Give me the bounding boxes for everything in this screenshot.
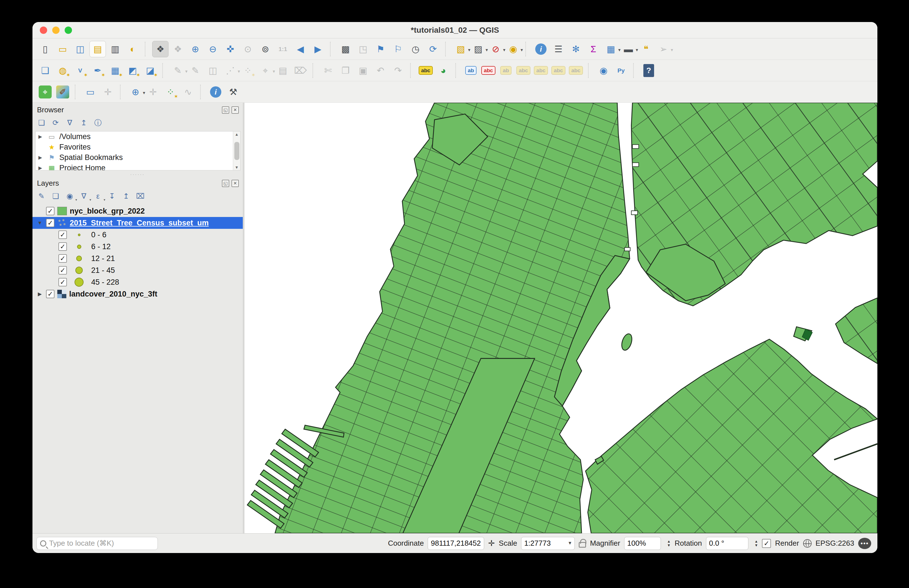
new-geopackage-layer-button[interactable]: ✒✶	[89, 62, 106, 79]
legend-class-6-12[interactable]: ✓6 - 12	[32, 241, 243, 252]
add-selected-layer-button[interactable]: ❏	[35, 116, 48, 129]
refresh-map-button[interactable]: ⟳	[425, 41, 441, 57]
crs-value[interactable]: EPSG:2263	[815, 539, 854, 548]
legend-class-12-21[interactable]: ✓12 - 21	[32, 252, 243, 264]
expand-arrow-icon[interactable]: ▶	[39, 134, 44, 140]
digitize-with-segment-button[interactable]: ⋰▼	[222, 62, 239, 79]
current-edits-button[interactable]: ✎▼	[170, 62, 186, 79]
visibility-checkbox[interactable]: ✓	[58, 242, 67, 251]
temporal-controller-button[interactable]: ◷	[408, 41, 424, 57]
select-by-form-button[interactable]: ▨▼	[470, 41, 487, 57]
pin-labels-button[interactable]: ab	[463, 62, 479, 79]
change-label-button[interactable]: abc	[568, 62, 584, 79]
chevron-down-icon[interactable]: ▼	[520, 48, 524, 52]
visibility-checkbox[interactable]: ✓	[46, 207, 55, 215]
browser-item-project-home[interactable]: ▶▦Project Home	[36, 163, 240, 170]
layer-item-landcover-2010-nyc-3ft[interactable]: ▶✓landcover_2010_nyc_3ft	[32, 288, 243, 300]
digitize-points-button[interactable]: ⁘✶	[162, 84, 179, 100]
visibility-checkbox[interactable]: ✓	[58, 266, 67, 275]
project-new-button[interactable]: ▯	[37, 41, 53, 57]
collapse-all-button[interactable]: ↥	[120, 190, 133, 202]
cut-features-button[interactable]: ✄	[320, 62, 336, 79]
panel-splitter[interactable]: ······	[32, 173, 243, 176]
expand-arrow-icon[interactable]: ▼	[36, 220, 43, 226]
python-console-button[interactable]: Py	[613, 62, 629, 79]
browser-scrollbar[interactable]: ▲ ▼	[233, 131, 240, 170]
identify-features-button[interactable]: i	[533, 41, 549, 57]
metasearch-button[interactable]: ◉	[595, 62, 612, 79]
open-attribute-table-button[interactable]: ▦▼	[603, 41, 619, 57]
messages-bubble-icon[interactable]: •••	[858, 538, 871, 549]
pan-to-selection-button[interactable]: ❖	[170, 41, 186, 57]
visibility-checkbox[interactable]: ✓	[46, 290, 55, 298]
chevron-down-icon[interactable]: ▼	[670, 48, 674, 52]
zoom-to-selection-button[interactable]: ⊙	[240, 41, 256, 57]
style-manager-button[interactable]: ◐	[125, 41, 141, 57]
zoom-in-button[interactable]: ⊕	[187, 41, 204, 57]
new-shapefile-layer-button[interactable]: V✶	[72, 62, 88, 79]
layers-close-button[interactable]: ✕	[231, 180, 239, 187]
help-button[interactable]: ?	[641, 62, 657, 79]
layer-labeling-button[interactable]: abc	[417, 62, 434, 79]
legend-class-0-6[interactable]: ✓0 - 6	[32, 229, 243, 241]
coordinate-input[interactable]: 981117,218452	[428, 537, 484, 550]
filter-browser-button[interactable]: ∇	[63, 116, 76, 129]
layers-float-button[interactable]: ◱	[222, 180, 229, 187]
delete-selected-button[interactable]: ⌦	[292, 62, 309, 79]
add-center-point-button[interactable]: ✛	[145, 84, 161, 100]
scale-combo[interactable]: 1:27773▼	[521, 537, 575, 550]
expand-arrow-icon[interactable]: ▶	[39, 155, 44, 160]
locate-input[interactable]	[49, 539, 154, 548]
zoom-native-button[interactable]: 1:1	[275, 41, 291, 57]
redo-button[interactable]: ↷	[390, 62, 406, 79]
scroll-down-icon[interactable]: ▼	[235, 165, 239, 170]
browser-item-favorites[interactable]: ★Favorites	[36, 142, 240, 152]
scale-lock-icon[interactable]	[579, 542, 586, 548]
undo-button[interactable]: ↶	[372, 62, 389, 79]
refresh-browser-button[interactable]: ⟳	[49, 116, 62, 129]
zoom-out-button[interactable]: ⊖	[205, 41, 221, 57]
chevron-down-icon[interactable]: ▾	[89, 198, 91, 202]
zoom-last-button[interactable]: ◀	[292, 41, 309, 57]
center-map-button[interactable]: ⊕▼	[127, 84, 144, 100]
processing-toolbox-button[interactable]: ✻	[568, 41, 584, 57]
expand-all-button[interactable]: ↧	[106, 190, 118, 202]
legend-class-45-228[interactable]: ✓45 - 228	[32, 276, 243, 288]
deselect-features-button[interactable]: ⊘▼	[487, 41, 504, 57]
osm-place-search-button[interactable]: ✐	[55, 84, 71, 100]
visibility-checkbox[interactable]: ✓	[58, 254, 67, 263]
filter-legend-button[interactable]: ∇▾	[78, 190, 90, 202]
show-spatial-bookmarks-button[interactable]: ⚐	[390, 41, 406, 57]
plugin-info-button[interactable]: i	[207, 84, 224, 100]
pin-unpin-labels-button[interactable]: ab	[498, 62, 514, 79]
highlight-pinned-labels-button[interactable]: abc	[480, 62, 497, 79]
show-sum-features-button[interactable]: Σ	[585, 41, 602, 57]
add-group-button[interactable]: ❏	[49, 190, 62, 202]
magnifier-spinner[interactable]: ▲▼	[667, 540, 671, 547]
visibility-checkbox[interactable]: ✓	[46, 219, 55, 227]
manage-visibility-button[interactable]: ◉▾	[63, 190, 76, 202]
show-hide-labels-button[interactable]: abc	[515, 62, 532, 79]
map-tips-button[interactable]: ❝	[638, 41, 654, 57]
chevron-down-icon[interactable]: ▾	[75, 198, 77, 202]
render-checkbox[interactable]: ✓	[762, 539, 771, 548]
profile-tool-button[interactable]: ▭	[82, 84, 99, 100]
layer-item-2015-street-tree-census-subset-um[interactable]: ▼✓2015_Street_Tree_Census_subset_um	[32, 217, 243, 229]
georeferencer-crosshair-button[interactable]: ✛	[100, 84, 116, 100]
select-by-location-button[interactable]: ◉▼	[505, 41, 521, 57]
project-open-button[interactable]: ▭	[55, 41, 71, 57]
modify-attributes-button[interactable]: ▤	[275, 62, 291, 79]
remove-layer-button[interactable]: ⌧	[134, 190, 147, 202]
copy-features-button[interactable]: ❐	[337, 62, 354, 79]
new-virtual-layer-button[interactable]: ◪✶	[142, 62, 159, 79]
crs-globe-icon[interactable]	[803, 539, 812, 548]
new-print-layout-button[interactable]: ▤	[89, 41, 106, 57]
zoom-next-button[interactable]: ▶	[310, 41, 326, 57]
open-layer-styling-button[interactable]: ✎	[35, 190, 48, 202]
browser-item--volumes[interactable]: ▶▭/Volumes	[36, 131, 240, 142]
filter-by-expression-button[interactable]: ε▾	[92, 190, 104, 202]
new-map-view-button[interactable]: ▩	[337, 41, 354, 57]
qms-search-button[interactable]: ⌖	[37, 84, 53, 100]
expand-arrow-icon[interactable]: ▶	[39, 165, 44, 170]
locate-search[interactable]	[36, 537, 158, 550]
